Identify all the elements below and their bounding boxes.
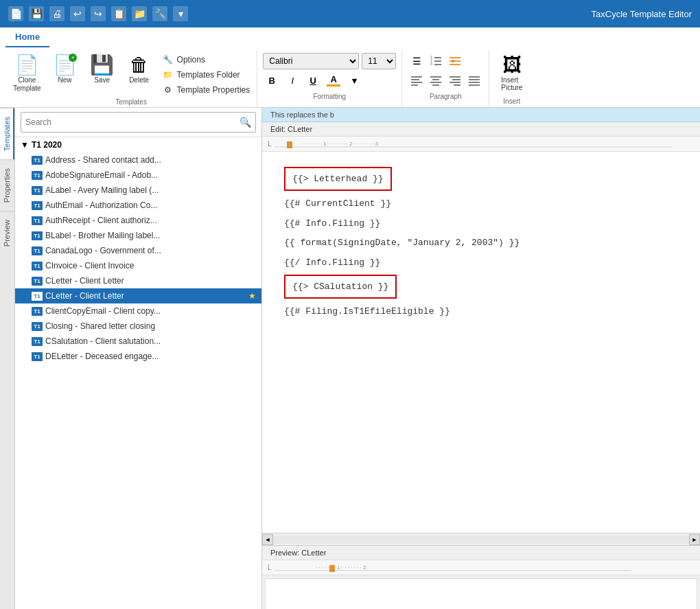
list-item[interactable]: T1 CSalutation - Client salutation... <box>15 334 261 349</box>
side-tab-bar: Templates Properties Preview <box>0 108 15 609</box>
template-properties-button[interactable]: ⚙ Template Properties <box>159 83 255 97</box>
ruler-svg: · · · · · · · 1 · · · · · · · 2 · · · · … <box>275 139 673 150</box>
save-icon: 💾 <box>90 54 114 76</box>
templates-buttons: 📄 CloneTemplate 📄+ New 💾 Save 🗑 <box>8 50 254 97</box>
svg-text:·  ·  ·  ·  ·  ·  ·  1  ·  ·  : · · · · · · · 1 · · · · · · · 2 <box>316 564 366 571</box>
search-bar: 🔍 <box>15 108 261 137</box>
list-item-selected[interactable]: T1 CLetter - Client Letter ★ <box>15 288 261 303</box>
ruler-l-marker: L <box>268 140 272 148</box>
justify-button[interactable] <box>465 72 483 89</box>
item-label: Closing - Shared letter closing <box>45 321 155 331</box>
preview-ruler: L · · · · · · · 1 · · · · · · · 2 <box>262 560 700 575</box>
item-label: AdobeSignatureEmail - Adob... <box>45 170 158 180</box>
info-bar: This replaces the b <box>262 108 700 122</box>
search-icon[interactable]: 🔍 <box>240 117 251 128</box>
numbered-list-button[interactable]: 1 2 3 <box>427 53 445 69</box>
size-selector[interactable]: 11 <box>362 53 396 69</box>
csalutation-tag: {{> CSalutation }} <box>284 275 397 299</box>
side-tab-preview[interactable]: Preview <box>0 211 14 255</box>
ruler-l-marker2: L <box>268 564 272 571</box>
insert-picture-icon: 🖼 <box>502 54 522 76</box>
list-item[interactable]: T1 CanadaLogo - Government of... <box>15 243 261 258</box>
save-button[interactable]: 💾 Save <box>84 50 120 88</box>
align-right-button[interactable] <box>446 72 464 89</box>
ribbon: Home 📄 CloneTemplate 📄+ New <box>0 27 700 108</box>
edit-label-text: Edit: CLetter <box>270 125 312 133</box>
templates-folder-label: Templates Folder <box>177 70 240 80</box>
undo-icon[interactable]: ↩ <box>70 6 85 21</box>
new-doc-icon[interactable]: 📄 <box>8 6 23 21</box>
item-label: ClientCopyEmail - Client copy... <box>45 306 161 316</box>
bullet-list-button[interactable]: ☰ <box>408 53 425 69</box>
delete-button[interactable]: 🗑 Delete <box>121 50 157 88</box>
item-label: CLetter - Client Letter <box>45 291 246 301</box>
options-button[interactable]: 🔧 Options <box>159 53 255 67</box>
save-label: Save <box>94 76 110 84</box>
editor-line: {{# Info.Filing }} <box>284 215 678 231</box>
list-item-closing[interactable]: T1 Closing - Shared letter closing <box>15 319 261 334</box>
titlebar-toolbar: 📄 💾 🖨 ↩ ↪ 📋 📁 🔧 ▾ <box>8 6 188 21</box>
list-item[interactable]: T1 AuthEmail - Authorization Co... <box>15 198 261 213</box>
side-tab-templates[interactable]: Templates <box>0 108 14 159</box>
new-button[interactable]: 📄+ New <box>47 50 83 88</box>
editor-area: This replaces the b Edit: CLetter L · · … <box>262 108 700 609</box>
scroll-left-button[interactable]: ◄ <box>262 534 273 545</box>
t1-icon: T1 <box>32 156 43 165</box>
star-badge: ★ <box>248 291 256 301</box>
scroll-right-button[interactable]: ► <box>689 534 700 545</box>
tab-home[interactable]: Home <box>5 27 49 47</box>
list-item[interactable]: T1 ALabel - Avery Mailing label (... <box>15 183 261 198</box>
list-item[interactable]: T1 CLetter - Client Letter <box>15 273 261 288</box>
list-item[interactable]: T1 BLabel - Brother Mailing label... <box>15 228 261 243</box>
search-input-wrap: 🔍 <box>21 112 256 133</box>
horiz-scrollbar[interactable] <box>273 536 689 544</box>
list-item[interactable]: T1 Address - Shared contact add... <box>15 152 261 168</box>
save-icon[interactable]: 💾 <box>29 6 44 21</box>
editor-line: {{# CurrentClient }} <box>284 195 678 211</box>
t1-icon: T1 <box>32 292 43 301</box>
editor-line: {{> CSalutation }} <box>284 273 678 300</box>
redo-icon[interactable]: ↪ <box>91 6 106 21</box>
color-dropdown-button[interactable]: ▾ <box>345 72 363 89</box>
titlebar: 📄 💾 🖨 ↩ ↪ 📋 📁 🔧 ▾ TaxCycle Template Edit… <box>0 0 700 27</box>
new-label: New <box>58 76 72 84</box>
print-icon[interactable]: 🖨 <box>49 6 65 21</box>
font-selector[interactable]: Calibri <box>263 53 359 69</box>
italic-button[interactable]: I <box>283 72 301 89</box>
align-center-button[interactable] <box>427 72 445 89</box>
clone-icon: 📄 <box>15 54 39 76</box>
editor-content[interactable]: {{> Letterhead }} {{# CurrentClient }} {… <box>262 152 700 533</box>
list-item[interactable]: T1 AdobeSignatureEmail - Adob... <box>15 168 261 183</box>
font-color-button[interactable]: A <box>325 72 342 89</box>
file-icon[interactable]: 📁 <box>132 6 147 21</box>
settings-icon[interactable]: 🔧 <box>152 6 167 21</box>
tree-group-t1-2020[interactable]: ▼ T1 2020 <box>15 137 261 152</box>
dropdown-icon[interactable]: ▾ <box>173 6 188 21</box>
indent-button[interactable] <box>446 53 464 69</box>
align-left-button[interactable] <box>408 72 425 89</box>
templates-folder-button[interactable]: 📁 Templates Folder <box>159 68 255 82</box>
item-label: ALabel - Avery Mailing label (... <box>45 185 159 195</box>
svg-text:·  ·  ·  ·  ·  ·  ·  1  ·  ·  : · · · · · · · 1 · · · · · · · 2 · · · · … <box>302 141 379 147</box>
list-item[interactable]: T1 ClientCopyEmail - Client copy... <box>15 303 261 319</box>
template-icon[interactable]: 📋 <box>111 6 126 21</box>
clone-template-button[interactable]: 📄 CloneTemplate <box>8 50 46 96</box>
item-label: CLetter - Client Letter <box>45 276 124 286</box>
bold-button[interactable]: B <box>263 72 281 89</box>
underline-button[interactable]: U <box>304 72 322 89</box>
info-text: This replaces the b <box>270 111 334 119</box>
search-input[interactable] <box>25 114 240 130</box>
t1-icon: T1 <box>32 186 43 195</box>
list-item[interactable]: T1 DELetter - Deceased engage... <box>15 349 261 364</box>
tree-collapse-icon: ▼ <box>21 140 29 150</box>
format-date-tag: {{ format(SigningDate, "January 2, 2003"… <box>284 235 520 251</box>
new-icon: 📄+ <box>53 54 77 76</box>
t1-icon: T1 <box>32 322 43 331</box>
templates-small-buttons: 🔧 Options 📁 Templates Folder ⚙ Template … <box>159 50 255 97</box>
preview-ruler-svg: · · · · · · · 1 · · · · · · · 2 <box>275 562 631 573</box>
insert-picture-button[interactable]: 🖼 InsertPicture <box>495 50 528 95</box>
list-item[interactable]: T1 CInvoice - Client Invoice <box>15 258 261 273</box>
side-tab-properties[interactable]: Properties <box>0 159 14 211</box>
item-label: AuthReceipt - Client authoriz... <box>45 216 157 225</box>
list-item[interactable]: T1 AuthReceipt - Client authoriz... <box>15 213 261 228</box>
